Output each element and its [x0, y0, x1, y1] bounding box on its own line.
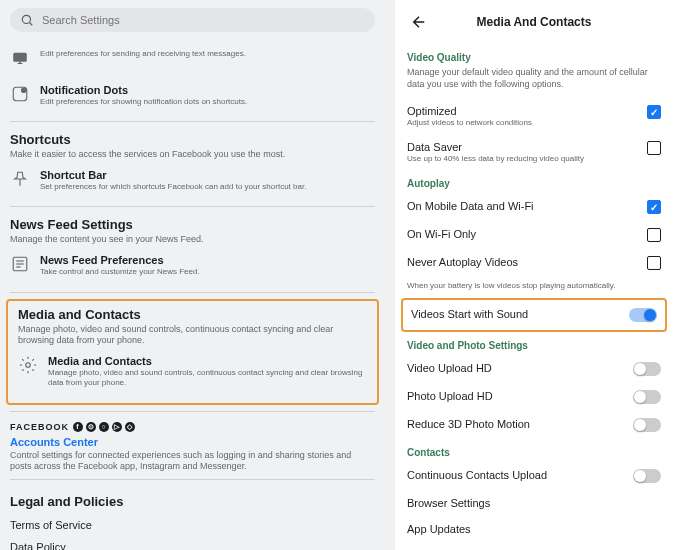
section-newsfeed: News Feed Settings Manage the content yo… — [10, 217, 375, 246]
section-title: Shortcuts — [10, 132, 375, 147]
toggle-photo-hd[interactable] — [633, 390, 661, 404]
accounts-center-link[interactable]: Accounts Center — [10, 436, 375, 448]
section-desc: Manage the content you see in your News … — [10, 234, 375, 246]
legal-terms[interactable]: Terms of Service — [10, 519, 375, 531]
item-shortcut-bar[interactable]: Shortcut Bar Set preferences for which s… — [0, 161, 385, 200]
search-input[interactable] — [42, 14, 365, 26]
divider — [10, 206, 375, 207]
row-photo-upload-hd[interactable]: Photo Upload HD — [407, 383, 661, 411]
search-bar[interactable] — [10, 8, 375, 32]
notification-dot-icon — [10, 84, 30, 104]
toggle-videos-sound[interactable] — [629, 308, 657, 322]
item-desc: Set preferences for which shortcuts Face… — [40, 182, 375, 192]
section-title: Media and Contacts — [18, 307, 367, 322]
row-browser-settings[interactable]: Browser Settings — [407, 490, 661, 516]
gear-icon — [18, 355, 38, 375]
cat-contacts: Contacts — [407, 447, 661, 458]
divider — [10, 121, 375, 122]
cat-desc: Manage your default video quality and th… — [407, 67, 661, 90]
row-contacts-upload[interactable]: Continuous Contacts Upload — [407, 462, 661, 490]
chat-icon — [10, 48, 30, 68]
pin-icon — [10, 169, 30, 189]
row-optimized[interactable]: OptimizedAdjust videos to network condit… — [407, 98, 661, 134]
item-desc: Edit preferences for sending and receivi… — [40, 49, 375, 59]
row-reduce-3d[interactable]: Reduce 3D Photo Motion — [407, 411, 661, 439]
row-videos-sound[interactable]: Videos Start with Sound — [411, 304, 657, 326]
legal-data-policy[interactable]: Data Policy — [10, 541, 375, 550]
checkbox-autoplay-wifi[interactable] — [647, 228, 661, 242]
item-desc: Edit preferences for showing notificatio… — [40, 97, 375, 107]
row-data-saver[interactable]: Data SaverUse up to 40% less data by red… — [407, 134, 661, 170]
legal-title: Legal and Policies — [10, 494, 375, 509]
item-notification-dots[interactable]: Notification Dots Edit preferences for s… — [0, 76, 385, 115]
page-title: Media And Contacts — [407, 15, 661, 29]
cat-video-photo: Video and Photo Settings — [407, 340, 661, 351]
row-app-updates[interactable]: App Updates — [407, 516, 661, 542]
search-icon — [20, 13, 34, 27]
right-header: Media And Contacts — [407, 0, 661, 44]
item-newsfeed-prefs[interactable]: News Feed Preferences Take control and c… — [0, 246, 385, 285]
checkbox-optimized[interactable] — [647, 105, 661, 119]
section-title: News Feed Settings — [10, 217, 375, 232]
svg-point-4 — [22, 88, 27, 93]
section-desc: Make it easier to access the services on… — [10, 149, 375, 161]
checkbox-data-saver[interactable] — [647, 141, 661, 155]
autoplay-note: When your battery is low videos stop pla… — [407, 281, 661, 290]
divider — [10, 292, 375, 293]
row-autoplay-wifi[interactable]: On Wi-Fi Only — [407, 221, 661, 249]
row-autoplay-mobile-wifi[interactable]: On Mobile Data and Wi-Fi — [407, 193, 661, 221]
checkbox-autoplay-never[interactable] — [647, 256, 661, 270]
fb-app-icons: f⊙○▷◇ — [73, 422, 135, 432]
toggle-contacts-upload[interactable] — [633, 469, 661, 483]
divider — [10, 479, 375, 480]
item-title: News Feed Preferences — [40, 254, 375, 266]
toggle-reduce-3d[interactable] — [633, 418, 661, 432]
item-title: Shortcut Bar — [40, 169, 375, 181]
facebook-label: FACEBOOK f⊙○▷◇ — [10, 422, 375, 432]
section-media: Media and Contacts Manage photo, video a… — [18, 307, 367, 347]
feed-icon — [10, 254, 30, 274]
toggle-video-hd[interactable] — [633, 362, 661, 376]
highlight-media-contacts: Media and Contacts Manage photo, video a… — [6, 299, 379, 405]
item-media-contacts[interactable]: Media and Contacts Manage photo, video a… — [8, 347, 377, 397]
item-texting[interactable]: Edit preferences for sending and receivi… — [0, 40, 385, 76]
item-desc: Take control and customize your News Fee… — [40, 267, 375, 277]
row-autoplay-never[interactable]: Never Autoplay Videos — [407, 249, 661, 277]
cat-autoplay: Autoplay — [407, 178, 661, 189]
section-shortcuts: Shortcuts Make it easier to access the s… — [10, 132, 375, 161]
item-title: Notification Dots — [40, 84, 375, 96]
section-desc: Manage photo, video and sound controls, … — [18, 324, 367, 347]
svg-point-10 — [26, 363, 31, 368]
item-title: Media and Contacts — [48, 355, 367, 367]
row-video-upload-hd[interactable]: Video Upload HD — [407, 355, 661, 383]
cat-video-quality: Video Quality — [407, 52, 661, 63]
svg-rect-2 — [13, 53, 27, 62]
svg-line-1 — [29, 22, 32, 25]
highlight-sound: Videos Start with Sound — [401, 298, 667, 332]
accounts-desc: Control settings for connected experienc… — [10, 450, 375, 473]
checkbox-autoplay-mobile[interactable] — [647, 200, 661, 214]
svg-point-0 — [22, 15, 30, 23]
item-desc: Manage photo, video and sound controls, … — [48, 368, 367, 389]
divider — [10, 411, 375, 412]
